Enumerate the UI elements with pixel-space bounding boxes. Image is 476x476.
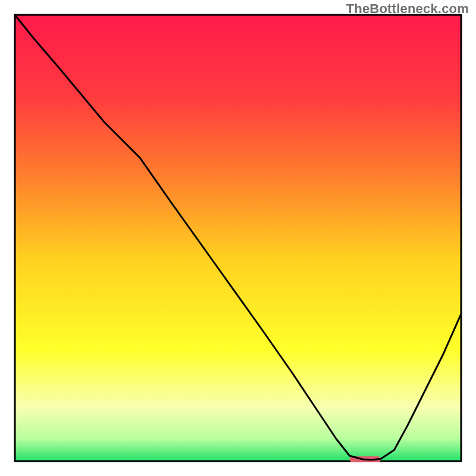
bottleneck-chart xyxy=(0,0,476,476)
chart-container: TheBottleneck.com xyxy=(0,0,476,476)
plot-background xyxy=(15,15,461,461)
watermark-label: TheBottleneck.com xyxy=(346,1,469,17)
